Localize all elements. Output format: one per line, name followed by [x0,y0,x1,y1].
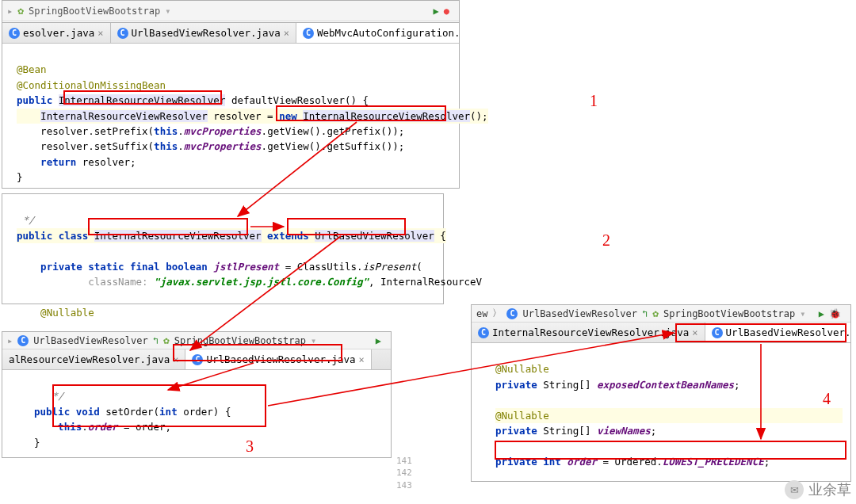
watermark: ✉ 业余草 [785,480,851,499]
code-block-3[interactable]: */ public void setOrder(int order) { thi… [2,370,391,456]
method-setorder: setOrder [105,406,153,418]
run-icon[interactable]: ▶ [376,335,381,346]
annotation-nullable: @Nullable [495,363,549,375]
nav-icon[interactable]: ↰ [642,308,648,319]
tab-internalres[interactable]: alResourceViewResolver.java × [2,349,185,369]
extends-type: UrlBasedViewResolver [315,230,434,242]
close-icon[interactable]: × [284,28,289,39]
panel-4: ew 〉 C UrlBasedViewResolver ↰ ✿ SpringBo… [471,304,851,482]
bookmark-icon: ✿ [652,307,659,319]
annotation-conditional: @ConditionalOnMissingBean [17,79,166,91]
tab-esolver[interactable]: C esolver.java × [2,23,111,43]
tab-label: UrlBasedViewResolver.java [206,353,355,365]
close-icon[interactable]: × [692,327,697,338]
tab-webmvc[interactable]: C WebMvcAutoConfiguration.java × [296,23,459,43]
call-setsuffix: setSuffix [94,140,148,152]
param-order: order [183,406,213,418]
partial-top-bar: ▸ ✿ SpringBootViewBootstrap ▾ ▶ ● [2,0,460,22]
breadcrumb-item[interactable]: SpringBootViewBootstrap [663,308,795,319]
tab-urlbased[interactable]: C UrlBasedViewResolver.java × [111,23,296,43]
code-block-4[interactable]: @Nullable private String[] exposedContex… [472,343,850,475]
param-hint: className: [88,276,147,288]
tab-label: UrlBasedViewResolver.java [132,27,281,39]
class-icon: C [9,28,20,39]
annot-2: 2 [602,231,610,250]
close-icon[interactable]: × [97,28,103,39]
close-icon[interactable]: × [359,354,365,365]
code-block-2[interactable]: */ public class InternalResourceViewReso… [2,194,443,326]
tab-urlbased-4[interactable]: C UrlBasedViewResolver.java × [705,323,850,342]
var-name: resolver [213,110,261,122]
class-icon: C [117,28,128,39]
breadcrumb-item[interactable]: UrlBasedViewResolver [522,308,637,319]
tabbar-1: C esolver.java × C UrlBasedViewResolver.… [2,23,459,44]
breadcrumb-3: ▸ C UrlBasedViewResolver ↰ ✿ SpringBootV… [2,332,391,349]
line-numbers: 141142143 [396,455,412,491]
tabbar-3: alResourceViewResolver.java × C UrlBased… [2,349,391,370]
breadcrumb-item[interactable]: SpringBootViewBootstrap [174,335,306,346]
class-icon: C [192,354,203,365]
run-icon[interactable]: ▶ [434,6,439,17]
tab-label: WebMvcAutoConfiguration.java [317,27,459,39]
const-lowest: LOWEST_PRECEDENCE [663,456,764,468]
tabbar-4: C InternalResourceViewResolver.java × C … [472,323,850,343]
field-jstlpresent: jstlPresent [213,261,279,273]
watermark-text: 业余草 [808,480,851,499]
bookmark-icon: ✿ [163,334,170,346]
field-exposed: exposedContextBeanNames [597,379,734,391]
pin-icon: ● [444,6,449,17]
class-icon: C [17,335,29,346]
partial-breadcrumb: ▸ ✿ SpringBootViewBootstrap ▾ ▶ ● [2,1,459,21]
return-type: InternalResourceViewResolver [59,94,226,106]
run-icon[interactable]: ▶ [819,308,824,319]
tab-label: UrlBasedViewResolver.java [726,326,850,338]
kw-return: return [40,156,76,168]
ctor-type: InternalResourceViewResolver [303,110,470,122]
tab-urlbased-3[interactable]: C UrlBasedViewResolver.java × [185,349,371,369]
annot-4: 4 [823,390,831,408]
breadcrumb-4: ew 〉 C UrlBasedViewResolver ↰ ✿ SpringBo… [472,305,850,323]
field-order: order [88,421,118,433]
code-block-1[interactable]: @Bean @ConditionalOnMissingBean public I… [2,44,459,191]
var-type: InternalResourceViewResolver [40,110,208,122]
class-icon: C [478,327,489,338]
class-icon: C [303,28,314,39]
annot-1: 1 [590,92,598,110]
close-icon[interactable]: × [173,354,178,365]
panel-2: */ public class InternalResourceViewReso… [2,193,444,304]
annot-3: 3 [246,437,254,456]
nav-icon[interactable]: ↰ [153,335,159,346]
panel-3: ▸ C UrlBasedViewResolver ↰ ✿ SpringBootV… [2,331,392,458]
class-icon: C [506,308,518,319]
panel-1: C esolver.java × C UrlBasedViewResolver.… [2,22,460,189]
method-name: defaultViewResolver [231,94,345,106]
annotation-nullable: @Nullable [40,307,94,319]
class-icon: C [712,327,723,338]
breadcrumb-item[interactable]: ew [476,308,487,319]
string-literal: "javax.servlet.jsp.jstl.core.Config" [154,276,369,288]
tab-label: alResourceViewResolver.java [9,353,170,365]
tab-label: InternalResourceViewResolver.java [492,326,689,338]
wechat-icon: ✉ [785,480,804,499]
tab-label: esolver.java [23,27,94,39]
bug-icon[interactable]: 🐞 [829,308,841,319]
field-mvcprops: mvcProperties [184,125,262,137]
class-name: InternalResourceViewResolver [94,230,262,242]
annotation-bean: @Bean [17,63,47,75]
field-order: order [567,456,597,468]
breadcrumb-item[interactable]: UrlBasedViewResolver [33,335,148,346]
bookmark-icon: ✿ [17,5,24,17]
tab-internal-4[interactable]: C InternalResourceViewResolver.java × [472,323,705,342]
call-setprefix: setPrefix [94,125,148,137]
field-viewnames: viewNames [597,425,651,437]
